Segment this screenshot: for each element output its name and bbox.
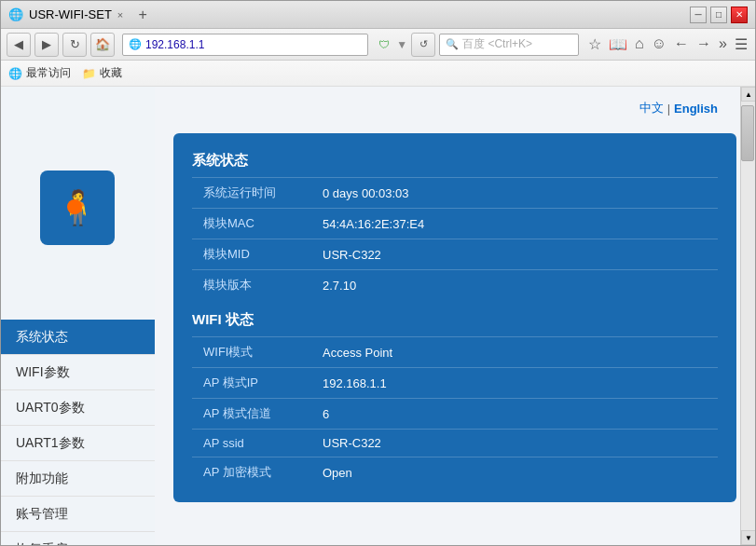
home-btn[interactable]: 🏠: [90, 33, 115, 57]
title-bar: 🌐 USR-WIFI-SET × + ─ □ ✕: [1, 1, 755, 29]
logo-area: 🧍: [40, 171, 115, 245]
search-icon: 🔍: [446, 38, 459, 50]
scroll-up-btn[interactable]: ▲: [741, 87, 755, 102]
reload-btn[interactable]: ↺: [411, 33, 435, 57]
sidebar-item-uart0[interactable]: UART0参数: [1, 390, 155, 426]
row-ap-ip: AP 模式IP 192.168.1.1: [192, 367, 718, 398]
tab-favicon: 🌐: [8, 7, 23, 21]
row-wifi-mode: WIFI模式 Access Point: [192, 336, 718, 367]
value-wifi-mode: Access Point: [323, 346, 392, 360]
value-ap-ssid: USR-C322: [323, 436, 381, 450]
row-mid: 模块MID USR-C322: [192, 239, 718, 269]
main-panel: 系统状态 系统运行时间 0 days 00:03:03 模块MAC 54:4A:…: [155, 87, 755, 545]
bookmarks-bar: 🌐 最常访问 📁 收藏: [1, 61, 755, 87]
star-icon[interactable]: ☆: [586, 34, 603, 55]
sidebar-item-restore[interactable]: 恢复重启: [1, 532, 155, 545]
sidebar-nav: 系统状态 WIFI参数 UART0参数 UART1参数 附加功能 账号管理 恢复…: [1, 320, 155, 545]
forward-btn[interactable]: ▶: [34, 33, 59, 57]
home-icon[interactable]: ⌂: [633, 34, 646, 55]
wifi-section-title: WIFI 状态: [192, 311, 718, 329]
value-version: 2.7.10: [323, 279, 356, 293]
folder-icon: 📁: [82, 67, 96, 80]
new-tab-btn[interactable]: +: [132, 5, 153, 25]
content-area: 中文 | English 🧍 系统状态 WIFI参数 UART0参数 UART: [1, 87, 755, 545]
label-uptime: 系统运行时间: [192, 184, 323, 201]
minimize-btn[interactable]: ─: [690, 7, 707, 23]
more-icon[interactable]: »: [717, 34, 729, 55]
smiley-icon[interactable]: ☺: [650, 34, 668, 55]
back-btn[interactable]: ◀: [7, 33, 31, 57]
label-wifi-mode: WIFI模式: [192, 344, 323, 361]
value-ap-channel: 6: [323, 407, 329, 421]
tab-close-btn[interactable]: ×: [117, 9, 123, 20]
label-mid: 模块MID: [192, 246, 323, 263]
lang-chinese[interactable]: 中文: [639, 100, 664, 116]
value-uptime: 0 days 00:03:03: [323, 186, 409, 200]
bookmark-saved-label: 收藏: [100, 65, 122, 81]
sidebar-item-system-status[interactable]: 系统状态: [1, 320, 155, 355]
sidebar-item-extra[interactable]: 附加功能: [1, 461, 155, 497]
lang-english[interactable]: English: [674, 102, 718, 116]
scroll-down-btn[interactable]: ▼: [741, 530, 755, 545]
forward-icon[interactable]: →: [694, 34, 713, 55]
row-ap-encrypt: AP 加密模式 Open: [192, 457, 718, 487]
label-mac: 模块MAC: [192, 215, 323, 232]
search-bar[interactable]: 🔍 百度 <Ctrl+K>: [439, 34, 579, 56]
menu-icon[interactable]: ☰: [733, 34, 749, 55]
window-controls: ─ □ ✕: [690, 7, 748, 23]
row-mac: 模块MAC 54:4A:16:2E:37:E4: [192, 208, 718, 239]
row-version: 模块版本 2.7.10: [192, 269, 718, 300]
sidebar-item-account[interactable]: 账号管理: [1, 497, 155, 532]
label-ap-channel: AP 模式信道: [192, 405, 323, 422]
page-icon: 🌐: [129, 38, 142, 50]
logo-dot: [67, 199, 82, 214]
system-section-title: 系统状态: [192, 152, 718, 170]
label-version: 模块版本: [192, 277, 323, 293]
value-mac: 54:4A:16:2E:37:E4: [323, 217, 424, 231]
address-bar[interactable]: 🌐 192.168.1.1: [122, 34, 368, 56]
row-ap-ssid: AP ssid USR-C322: [192, 429, 718, 457]
value-ap-ip: 192.168.1.1: [323, 376, 387, 390]
sidebar-item-wifi-params[interactable]: WIFI参数: [1, 355, 155, 390]
separator: ▼: [396, 38, 407, 51]
value-ap-encrypt: Open: [323, 466, 352, 480]
address-text: 192.168.1.1: [145, 38, 204, 51]
logo-container: 🧍: [1, 133, 155, 236]
logo-person-wrap: 🧍: [57, 188, 99, 227]
search-placeholder: 百度 <Ctrl+K>: [462, 36, 532, 52]
bookmark-frequent-label: 最常访问: [26, 65, 71, 81]
frequent-icon: 🌐: [8, 67, 22, 80]
lang-links: 中文 | English: [639, 100, 718, 116]
shield-icon: 🛡: [378, 38, 390, 51]
value-mid: USR-C322: [323, 248, 381, 262]
row-ap-channel: AP 模式信道 6: [192, 398, 718, 429]
bookmark-frequent[interactable]: 🌐 最常访问: [8, 65, 71, 81]
refresh-btn[interactable]: ↻: [62, 33, 87, 57]
label-ap-encrypt: AP 加密模式: [192, 464, 323, 481]
sidebar: 🧍 系统状态 WIFI参数 UART0参数 UART1参数 附加功能 账号管理 …: [1, 87, 155, 545]
info-card: 系统状态 系统运行时间 0 days 00:03:03 模块MAC 54:4A:…: [173, 133, 736, 502]
lang-separator: |: [667, 102, 670, 116]
label-ap-ssid: AP ssid: [192, 436, 323, 450]
close-btn[interactable]: ✕: [731, 7, 748, 23]
scroll-thumb[interactable]: [741, 105, 754, 161]
nav-icons: ☆ 📖 ⌂ ☺ ← → » ☰: [586, 34, 749, 55]
label-ap-ip: AP 模式IP: [192, 375, 323, 391]
bookmark-saved[interactable]: 📁 收藏: [82, 65, 122, 81]
row-uptime: 系统运行时间 0 days 00:03:03: [192, 177, 718, 208]
sidebar-item-uart1[interactable]: UART1参数: [1, 426, 155, 461]
back-icon[interactable]: ←: [672, 34, 691, 55]
tab-title: USR-WIFI-SET: [29, 7, 112, 21]
scrollbar[interactable]: ▲ ▼: [740, 87, 755, 545]
bookmark-icon[interactable]: 📖: [607, 34, 629, 55]
nav-bar: ◀ ▶ ↻ 🏠 🌐 192.168.1.1 🛡 ▼ ↺ 🔍 百度 <Ctrl+K…: [1, 29, 755, 61]
maximize-btn[interactable]: □: [710, 7, 727, 23]
